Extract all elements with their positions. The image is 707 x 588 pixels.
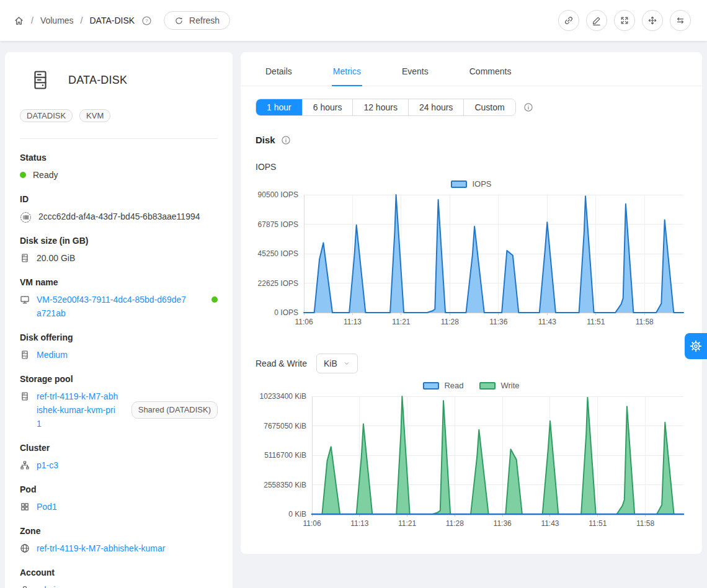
swap-icon	[675, 16, 685, 25]
svg-text:90500 IOPS: 90500 IOPS	[258, 190, 298, 199]
legend-label: Read	[444, 381, 463, 390]
field-label: Status	[20, 153, 218, 163]
svg-text:11:43: 11:43	[541, 519, 559, 528]
field-value-row: p1-c3	[20, 458, 218, 472]
volume-tag: KVM	[79, 109, 110, 122]
time-range-1-hour[interactable]: 1 hour	[256, 99, 302, 115]
migrate-volume-button[interactable]	[642, 10, 663, 31]
home-icon[interactable]	[14, 16, 24, 26]
link-icon	[564, 16, 574, 25]
chart-legend: IOPS	[256, 179, 687, 189]
field-value-pod[interactable]: Pod1	[37, 500, 57, 514]
refresh-button[interactable]: Refresh	[164, 11, 230, 30]
legend-swatch-icon	[479, 382, 496, 390]
time-range-6-hours[interactable]: 6 hours	[302, 99, 353, 115]
svg-text:22625 IOPS: 22625 IOPS	[258, 279, 298, 288]
settings-fab-button[interactable]	[685, 333, 707, 359]
field-label: Zone	[20, 526, 218, 536]
field-value-id: 2ccc62dd-af4a-43d7-bd45-6b83aae11994	[38, 210, 200, 223]
question-circle-icon[interactable]: ?	[141, 16, 152, 26]
field-disk-offering: Disk offeringMedium	[20, 332, 218, 362]
field-value-disk-offering[interactable]: Medium	[37, 348, 68, 362]
tab-details[interactable]: Details	[264, 58, 293, 86]
unit-select[interactable]: KiB	[316, 354, 358, 373]
field-value-row: Pod1	[20, 500, 218, 514]
field-zone: Zoneref-trl-4119-k-M7-abhishek-kumar	[20, 526, 218, 555]
field-value-status: Ready	[33, 168, 58, 182]
attach-volume-button[interactable]	[558, 10, 579, 31]
tab-metrics[interactable]: Metrics	[332, 58, 362, 86]
svg-text:0 IOPS: 0 IOPS	[274, 308, 298, 317]
time-range-12-hours[interactable]: 12 hours	[352, 99, 407, 115]
refresh-label: Refresh	[189, 16, 220, 25]
time-range-custom[interactable]: Custom	[463, 99, 515, 115]
user-icon	[20, 585, 30, 588]
svg-text:10233400 KiB: 10233400 KiB	[260, 392, 306, 401]
info-circle-icon[interactable]	[281, 135, 291, 145]
legend-item[interactable]: Read	[423, 381, 463, 390]
field-value-row: VM-52e00f43-7911-4dc4-85bd-d69de7a721ab	[20, 293, 218, 320]
field-value-vm-name[interactable]: VM-52e00f43-7911-4dc4-85bd-d69de7a721ab	[37, 293, 190, 320]
svg-text:11:21: 11:21	[392, 318, 410, 326]
field-value-zone[interactable]: ref-trl-4119-k-M7-abhishek-kumar	[37, 541, 165, 555]
edit-volume-button[interactable]	[586, 10, 607, 31]
field-value-storage-pool[interactable]: ref-trl-4119-k-M7-abhishek-kumar-kvm-pri…	[37, 390, 120, 430]
breadcrumb-separator: /	[31, 16, 33, 25]
breadcrumb: / Volumes / DATA-DISK ? Refresh	[14, 11, 230, 30]
volume-actions	[558, 10, 691, 31]
field-disk-size-in-gb-: Disk size (in GB)20.00 GiB	[20, 236, 218, 265]
volume-tag: DATADISK	[20, 109, 73, 122]
svg-text:0 KiB: 0 KiB	[288, 510, 306, 519]
field-id: ID2ccc62dd-af4a-43d7-bd45-6b83aae11994	[20, 194, 218, 223]
tab-comments[interactable]: Comments	[468, 58, 513, 86]
svg-text:11:13: 11:13	[350, 519, 368, 528]
legend-item[interactable]: IOPS	[451, 179, 491, 189]
svg-text:11:58: 11:58	[636, 318, 654, 326]
info-circle-icon[interactable]	[523, 102, 533, 112]
svg-text:11:51: 11:51	[589, 519, 607, 528]
field-label: ID	[20, 194, 218, 204]
volume-header: DATA-DISK	[20, 69, 218, 91]
field-value-row: admin	[20, 583, 218, 588]
rw-chart: ReadWrite0 KiB2558350 KiB5116700 KiB7675…	[256, 381, 687, 533]
tab-events[interactable]: Events	[401, 58, 430, 86]
field-label: Account	[20, 568, 218, 577]
appstore-icon	[20, 502, 30, 512]
chart-legend: ReadWrite	[256, 381, 687, 390]
legend-item[interactable]: Write	[479, 381, 519, 390]
detail-tabs: DetailsMetricsEventsComments	[241, 52, 702, 86]
field-value-row: Medium	[20, 348, 218, 362]
svg-text:?: ?	[145, 18, 148, 24]
svg-text:11:36: 11:36	[494, 519, 512, 528]
field-value-account[interactable]: admin	[37, 583, 60, 588]
volume-detail-card: DetailsMetricsEventsComments 1 hour6 hou…	[241, 52, 702, 554]
field-account: Accountadmin	[20, 568, 218, 588]
legend-swatch-icon	[451, 180, 467, 188]
page-content: DATA-DISK DATADISKKVM StatusReadyID2ccc6…	[0, 41, 707, 588]
chevron-down-icon	[343, 360, 350, 367]
svg-text:7675050 KiB: 7675050 KiB	[264, 422, 306, 430]
time-range-group: 1 hour6 hours12 hours24 hoursCustom	[256, 99, 516, 116]
divider	[20, 138, 218, 139]
breadcrumb-volumes-link[interactable]: Volumes	[40, 16, 74, 25]
cluster-icon	[20, 460, 30, 470]
svg-text:11:36: 11:36	[489, 318, 507, 326]
global-icon	[20, 543, 30, 553]
field-vm-name: VM nameVM-52e00f43-7911-4dc4-85bd-d69de7…	[20, 277, 218, 320]
hdd-icon	[20, 253, 30, 263]
migrate-volume-storage-button[interactable]	[670, 10, 691, 31]
chart-canvas: 0 KiB2558350 KiB5116700 KiB7675050 KiB10…	[256, 391, 686, 533]
svg-text:11:06: 11:06	[295, 318, 313, 326]
svg-text:11:28: 11:28	[446, 519, 464, 528]
time-range-24-hours[interactable]: 24 hours	[408, 99, 463, 115]
field-pod: PodPod1	[20, 484, 218, 514]
field-value-cluster[interactable]: p1-c3	[37, 458, 58, 472]
reload-icon	[174, 16, 184, 25]
svg-text:11:28: 11:28	[441, 318, 459, 326]
field-status: StatusReady	[20, 153, 218, 182]
move-icon	[647, 16, 657, 25]
resize-volume-button[interactable]	[614, 10, 635, 31]
legend-label: IOPS	[472, 179, 491, 189]
vm-status-dot	[211, 296, 218, 303]
svg-text:45250 IOPS: 45250 IOPS	[258, 249, 298, 258]
